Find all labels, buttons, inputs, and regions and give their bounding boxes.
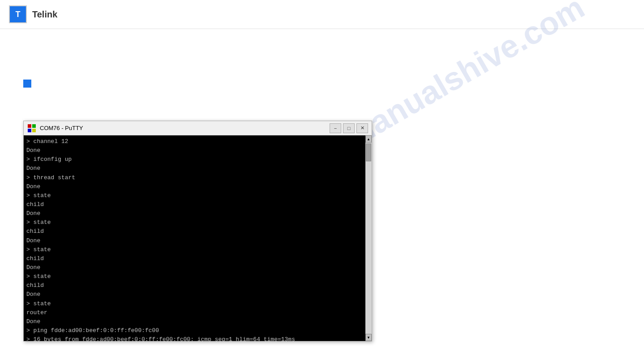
terminal-line: > ifconfig up [26,155,369,164]
svg-rect-1 [32,124,36,128]
terminal-line: Done [26,290,369,299]
putty-controls: − □ ✕ [330,123,368,133]
scroll-up-arrow[interactable]: ▲ [365,135,372,143]
svg-rect-3 [32,129,36,132]
terminal-line: > 16 bytes from fdde:ad00:beef:0:0:ff:fe… [26,335,369,341]
terminal-line: Done [26,209,369,218]
putty-window: COM76 - PuTTY − □ ✕ > channel 12Done> if… [23,121,372,341]
header: T Telink [0,0,644,29]
terminal-body[interactable]: > channel 12Done> ifconfig upDone> threa… [24,135,372,341]
terminal-line: child [26,281,369,290]
terminal-line: Done [26,146,369,155]
terminal-line: > channel 12 [26,137,369,146]
terminal-line: Done [26,263,369,272]
putty-title: COM76 - PuTTY [40,125,83,131]
terminal-line: > thread start [26,173,369,182]
terminal-line: > ping fdde:ad00:beef:0:0:ff:fe00:fc00 [26,326,369,335]
logo-letter: T [16,10,21,19]
terminal-line: Done [26,317,369,326]
terminal-line: router [26,308,369,317]
close-button[interactable]: ✕ [356,123,368,133]
svg-rect-0 [28,124,31,128]
scroll-down-arrow[interactable]: ▼ [365,334,372,341]
minimize-button[interactable]: − [330,123,341,133]
putty-app-icon [27,124,36,133]
terminal-line: > state [26,299,369,308]
putty-titlebar: COM76 - PuTTY − □ ✕ [24,121,372,135]
terminal-line: Done [26,182,369,191]
terminal-line: child [26,227,369,236]
putty-titlebar-left: COM76 - PuTTY [27,124,83,133]
brand-name: Telink [32,9,57,20]
terminal-line: Done [26,236,369,245]
restore-button[interactable]: □ [343,123,355,133]
scrollbar-thumb[interactable] [366,143,371,161]
terminal-line: child [26,254,369,263]
terminal-line: Done [26,164,369,173]
terminal-line: child [26,200,369,209]
terminal-line: > state [26,191,369,200]
logo-box: T [9,5,27,23]
scrollbar[interactable]: ▲ ▼ [365,135,372,341]
terminal-line: > state [26,218,369,227]
terminal-line: > state [26,245,369,254]
terminal-line: > state [26,272,369,281]
svg-rect-2 [28,129,31,132]
blue-square-indicator [23,80,31,88]
